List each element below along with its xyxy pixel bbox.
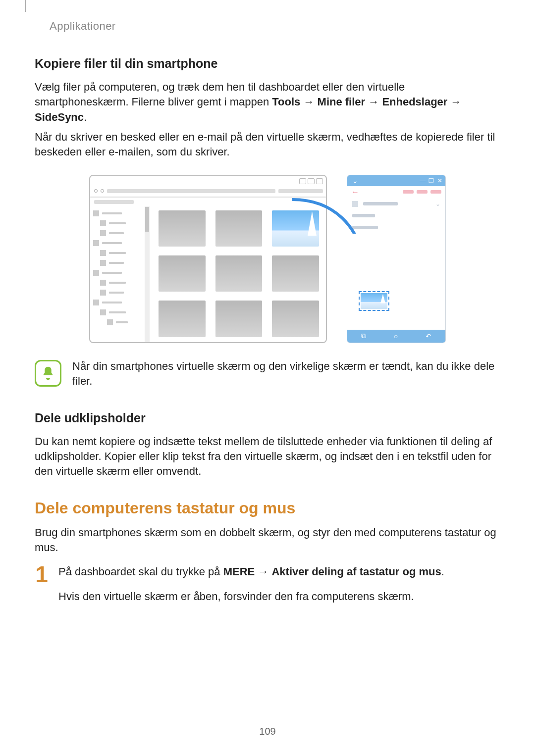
file-thumb-photo — [272, 210, 319, 247]
phone-close-icon: ✕ — [437, 178, 442, 183]
dropped-file-thumb — [359, 291, 389, 311]
arrow: → — [447, 96, 461, 108]
pc-body — [90, 206, 326, 342]
phone-min-icon: — — [420, 178, 425, 183]
step-1-line-2: Hvis den virtuelle skærm er åben, forsvi… — [58, 588, 500, 605]
bold-mine-filer: Mine filer — [318, 96, 366, 108]
step-number: 1 — [35, 563, 49, 586]
file-thumb — [272, 255, 319, 292]
bold-enhedslager: Enhedslager — [382, 96, 447, 108]
para-clipboard: Du kan nemt kopiere og indsætte tekst me… — [35, 434, 500, 479]
chapter-label: Applikationer — [50, 20, 500, 33]
figure-drag-drop: ⌄ — ❐ ✕ ← ⌄ ⧉ ○ ↶ — [35, 175, 500, 343]
heading-clipboard: Dele udklipsholder — [35, 411, 500, 425]
txt: . — [441, 565, 444, 578]
file-thumb — [159, 255, 206, 292]
pc-toolbar — [90, 198, 326, 206]
pc-address-bar — [90, 187, 326, 197]
address-field — [107, 189, 275, 193]
file-thumb — [215, 301, 263, 337]
bell-icon — [35, 360, 61, 387]
phone-max-icon: ❐ — [428, 178, 433, 183]
nav-back-icon — [94, 189, 98, 193]
thumbnail-grid — [150, 206, 326, 342]
chevron-down-icon: ⌄ — [435, 201, 440, 207]
chevron-down-icon: ⌄ — [352, 177, 358, 185]
para-share-kbm: Brug din smartphones skærm som en dobbel… — [35, 525, 500, 555]
phone-list-row: ⌄ — [347, 198, 445, 210]
phone-canvas — [347, 234, 445, 330]
recent-apps-icon: ⧉ — [361, 332, 366, 340]
file-thumb — [215, 210, 263, 247]
arrow: → — [300, 96, 317, 108]
phone-list-row — [347, 210, 445, 222]
back-arrow-icon: ← — [351, 188, 359, 197]
para-copy-2: Når du skriver en besked eller en e-mail… — [35, 130, 500, 160]
phone-list-row — [347, 222, 445, 234]
file-thumb — [159, 210, 206, 247]
step-1-line-1: På dashboardet skal du trykke på MERE → … — [58, 563, 500, 580]
window-maximize-icon — [308, 178, 315, 184]
note-text: Når din smartphones virtuelle skærm og d… — [72, 359, 500, 389]
page-corner-mark — [25, 0, 26, 12]
home-icon: ○ — [394, 332, 398, 340]
scrollbar-thumb — [145, 207, 149, 232]
window-close-icon — [316, 178, 323, 184]
bold-sidesync: SideSync — [35, 111, 84, 123]
file-thumb — [159, 301, 206, 337]
arrow: → — [365, 96, 382, 108]
folder-tree — [90, 206, 145, 342]
search-field — [278, 189, 323, 193]
txt: På dashboardet skal du trykke på — [58, 565, 223, 578]
step-1: 1 På dashboardet skal du trykke på MERE … — [35, 563, 500, 605]
bold-aktiver: Aktiver deling af tastatur og mus — [271, 565, 441, 578]
pc-titlebar — [90, 176, 326, 187]
phone-actionbar: ← — [347, 186, 445, 198]
page-number: 109 — [0, 726, 535, 737]
note-callout: Når din smartphones virtuelle skærm og d… — [35, 359, 500, 389]
phone-navbar: ⧉ ○ ↶ — [347, 330, 445, 343]
back-icon: ↶ — [426, 332, 431, 340]
pc-explorer-window — [89, 175, 327, 343]
file-thumb — [272, 301, 319, 337]
tree-scrollbar — [145, 206, 150, 342]
para-copy-1: Vælg filer på computeren, og træk dem he… — [35, 80, 500, 125]
heading-share-kbm: Dele computerens tastatur og mus — [35, 499, 500, 517]
toolbar-segment — [94, 200, 134, 204]
nav-fwd-icon — [101, 189, 104, 193]
heading-copy-files: Kopiere filer til din smartphone — [35, 56, 500, 71]
txt: . — [84, 111, 87, 123]
file-thumb — [215, 255, 263, 292]
window-minimize-icon — [299, 178, 306, 184]
phone-virtual-screen: ⌄ — ❐ ✕ ← ⌄ ⧉ ○ ↶ — [347, 175, 446, 343]
phone-titlebar: ⌄ — ❐ ✕ — [347, 175, 445, 186]
bold-tools: Tools — [272, 96, 300, 108]
arrow: → — [255, 565, 271, 578]
bold-mere: MERE — [223, 565, 255, 578]
